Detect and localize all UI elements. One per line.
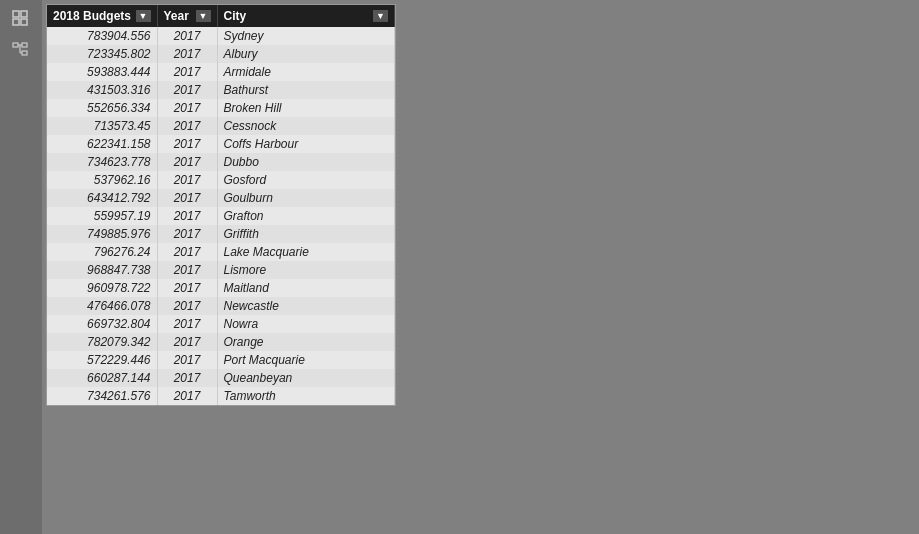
grid-icon[interactable]: [10, 8, 32, 30]
cell-year: 2017: [157, 153, 217, 171]
cell-city: Orange: [217, 333, 395, 351]
budget-column-dropdown[interactable]: ▼: [136, 10, 151, 22]
main-content: 2018 Budgets ▼ Year ▼ City ▼: [42, 0, 919, 534]
cell-budget: 559957.19: [47, 207, 157, 225]
budget-column-label: 2018 Budgets: [53, 9, 131, 23]
svg-rect-4: [13, 43, 18, 47]
cell-city: Dubbo: [217, 153, 395, 171]
cell-budget: 552656.334: [47, 99, 157, 117]
cell-budget: 593883.444: [47, 63, 157, 81]
cell-city: Lismore: [217, 261, 395, 279]
cell-budget: 713573.45: [47, 117, 157, 135]
cell-budget: 783904.556: [47, 27, 157, 45]
cell-budget: 796276.24: [47, 243, 157, 261]
cell-city: Albury: [217, 45, 395, 63]
svg-rect-0: [13, 11, 19, 17]
cell-city: Coffs Harbour: [217, 135, 395, 153]
city-column-label: City: [224, 9, 247, 23]
cell-budget: 960978.722: [47, 279, 157, 297]
svg-rect-2: [13, 19, 19, 25]
cell-city: Armidale: [217, 63, 395, 81]
table-row: 713573.452017Cessnock: [47, 117, 395, 135]
cell-year: 2017: [157, 135, 217, 153]
data-table: 2018 Budgets ▼ Year ▼ City ▼: [46, 4, 396, 406]
cell-year: 2017: [157, 27, 217, 45]
cell-city: Nowra: [217, 315, 395, 333]
cell-year: 2017: [157, 45, 217, 63]
hierarchy-icon[interactable]: [10, 40, 32, 62]
cell-year: 2017: [157, 189, 217, 207]
table-row: 783904.5562017Sydney: [47, 27, 395, 45]
cell-city: Griffith: [217, 225, 395, 243]
table-row: 960978.7222017Maitland: [47, 279, 395, 297]
cell-budget: 660287.144: [47, 369, 157, 387]
cell-budget: 734623.778: [47, 153, 157, 171]
cell-budget: 622341.158: [47, 135, 157, 153]
cell-year: 2017: [157, 225, 217, 243]
table-row: 796276.242017Lake Macquarie: [47, 243, 395, 261]
cell-budget: 572229.446: [47, 351, 157, 369]
year-column-dropdown[interactable]: ▼: [196, 10, 211, 22]
table-row: 431503.3162017Bathurst: [47, 81, 395, 99]
cell-budget: 734261.576: [47, 387, 157, 405]
table-row: 734623.7782017Dubbo: [47, 153, 395, 171]
table-row: 552656.3342017Broken Hill: [47, 99, 395, 117]
cell-city: Bathurst: [217, 81, 395, 99]
table-header-row: 2018 Budgets ▼ Year ▼ City ▼: [47, 5, 395, 27]
table-row: 537962.162017Gosford: [47, 171, 395, 189]
cell-budget: 537962.16: [47, 171, 157, 189]
column-header-city: City ▼: [217, 5, 395, 27]
column-header-budget: 2018 Budgets ▼: [47, 5, 157, 27]
cell-city: Broken Hill: [217, 99, 395, 117]
cell-city: Tamworth: [217, 387, 395, 405]
table-row: 476466.0782017Newcastle: [47, 297, 395, 315]
cell-city: Port Macquarie: [217, 351, 395, 369]
city-column-dropdown[interactable]: ▼: [373, 10, 388, 22]
cell-budget: 749885.976: [47, 225, 157, 243]
cell-city: Sydney: [217, 27, 395, 45]
cell-year: 2017: [157, 81, 217, 99]
cell-year: 2017: [157, 333, 217, 351]
table-row: 749885.9762017Griffith: [47, 225, 395, 243]
cell-year: 2017: [157, 243, 217, 261]
column-header-year: Year ▼: [157, 5, 217, 27]
cell-year: 2017: [157, 171, 217, 189]
table-row: 734261.5762017Tamworth: [47, 387, 395, 405]
svg-rect-3: [21, 19, 27, 25]
cell-year: 2017: [157, 117, 217, 135]
cell-budget: 782079.342: [47, 333, 157, 351]
table-row: 593883.4442017Armidale: [47, 63, 395, 81]
cell-year: 2017: [157, 99, 217, 117]
cell-budget: 968847.738: [47, 261, 157, 279]
svg-rect-6: [22, 51, 27, 55]
cell-budget: 723345.802: [47, 45, 157, 63]
cell-city: Gosford: [217, 171, 395, 189]
cell-city: Newcastle: [217, 297, 395, 315]
table-row: 572229.4462017Port Macquarie: [47, 351, 395, 369]
sidebar: [0, 0, 42, 534]
table-row: 622341.1582017Coffs Harbour: [47, 135, 395, 153]
table-row: 782079.3422017Orange: [47, 333, 395, 351]
cell-city: Maitland: [217, 279, 395, 297]
table-row: 968847.7382017Lismore: [47, 261, 395, 279]
cell-city: Grafton: [217, 207, 395, 225]
cell-budget: 669732.804: [47, 315, 157, 333]
cell-city: Queanbeyan: [217, 369, 395, 387]
cell-city: Goulburn: [217, 189, 395, 207]
svg-rect-1: [21, 11, 27, 17]
table-row: 723345.8022017Albury: [47, 45, 395, 63]
table-row: 643412.7922017Goulburn: [47, 189, 395, 207]
svg-rect-5: [22, 43, 27, 47]
cell-year: 2017: [157, 207, 217, 225]
cell-budget: 431503.316: [47, 81, 157, 99]
year-column-label: Year: [164, 9, 189, 23]
cell-year: 2017: [157, 369, 217, 387]
cell-city: Cessnock: [217, 117, 395, 135]
table-row: 660287.1442017Queanbeyan: [47, 369, 395, 387]
table-row: 559957.192017Grafton: [47, 207, 395, 225]
cell-year: 2017: [157, 279, 217, 297]
cell-city: Lake Macquarie: [217, 243, 395, 261]
cell-budget: 476466.078: [47, 297, 157, 315]
cell-year: 2017: [157, 297, 217, 315]
cell-year: 2017: [157, 63, 217, 81]
